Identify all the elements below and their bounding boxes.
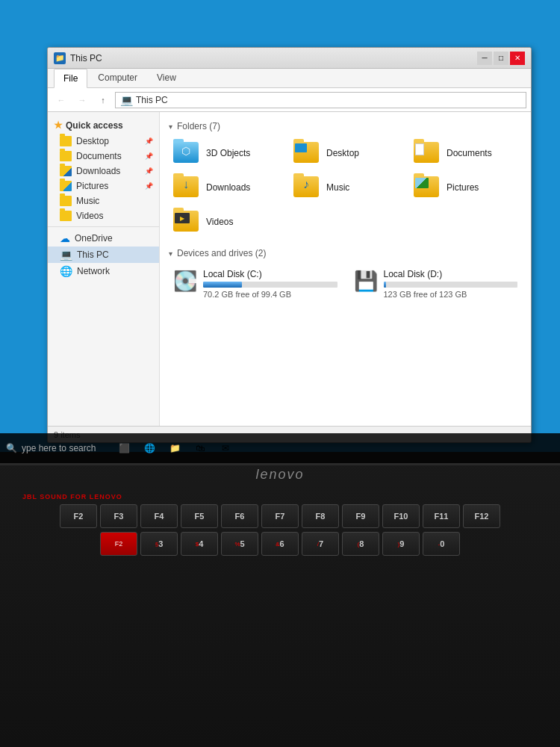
taskbar-mail-icon[interactable]: ✉: [215, 438, 236, 459]
main-area: ★ Quick access Desktop 📌 Documents 📌 Dow…: [48, 112, 531, 426]
quick-access-label: Quick access: [66, 120, 123, 131]
c-drive-info: Local Disk (C:) 70.2 GB free of 99.4 GB: [203, 269, 337, 299]
sidebar-network-label: Network: [77, 266, 110, 276]
pictures-icon: [414, 176, 441, 199]
folder-3dobjects-label: 3D Objects: [206, 148, 250, 158]
keyboard: F2 F3 F4 F5 F6 F7 F8 F9 F10 F11 F12 F2 §…: [0, 504, 560, 556]
devices-chevron: ▾: [169, 249, 172, 258]
sidebar-item-music[interactable]: Music: [48, 193, 159, 208]
key-f8[interactable]: F8: [302, 504, 339, 528]
maximize-button[interactable]: □: [494, 52, 508, 65]
pictures-folder-icon: [60, 181, 72, 191]
folder-downloads-label: Downloads: [206, 182, 250, 193]
key-4[interactable]: $4: [181, 532, 218, 556]
sidebar-item-videos[interactable]: Videos: [48, 208, 159, 223]
folder-videos[interactable]: Videos: [169, 208, 281, 236]
key-f3[interactable]: F3: [100, 504, 137, 528]
sidebar-thispc-label: This PC: [77, 249, 109, 260]
key-6[interactable]: &6: [261, 532, 299, 556]
key-f7[interactable]: F7: [261, 504, 299, 528]
devices-section-header: ▾ Devices and drives (2): [169, 248, 522, 258]
pin-icon-desktop: 📌: [145, 137, 153, 145]
address-icon: 💻: [120, 94, 133, 106]
laptop-brand-label: lenovo: [255, 467, 304, 483]
desktop-folder-icon: [60, 136, 72, 146]
pin-icon-downloads: 📌: [145, 167, 153, 175]
sidebar-item-documents[interactable]: Documents 📌: [48, 149, 159, 164]
sidebar-item-network[interactable]: 🌐 Network: [48, 263, 159, 279]
minimize-button[interactable]: ─: [477, 52, 492, 65]
taskbar-search: 🔍 ype here to search: [6, 443, 96, 453]
tab-view[interactable]: View: [148, 69, 185, 87]
key-8[interactable]: (8: [342, 532, 379, 556]
address-text: This PC: [136, 95, 168, 105]
devices-title: Devices and drives (2): [177, 248, 266, 258]
tab-file[interactable]: File: [54, 69, 87, 88]
key-7[interactable]: /7: [302, 532, 339, 556]
pin-icon-pictures: 📌: [145, 182, 153, 190]
sidebar-music-label: Music: [76, 196, 99, 206]
folder-pictures[interactable]: Pictures: [409, 173, 522, 202]
device-c-drive[interactable]: 💽 Local Disk (C:) 70.2 GB free of 99.4 G…: [169, 266, 342, 302]
key-9[interactable]: )9: [382, 532, 420, 556]
address-path[interactable]: 💻 This PC: [115, 92, 526, 108]
key-f2-alt[interactable]: F2: [100, 532, 137, 556]
taskbar-edge-icon[interactable]: 🌐: [139, 438, 160, 459]
folder-documents[interactable]: Documents: [409, 139, 522, 167]
forward-button[interactable]: →: [73, 92, 91, 108]
taskbar-icons: ⬛ 🌐 📁 🛍 ✉: [113, 438, 236, 459]
folders-section-header: ▾ Folders (7): [169, 121, 522, 131]
key-f12[interactable]: F12: [463, 504, 500, 528]
up-button[interactable]: ↑: [94, 92, 112, 108]
key-0[interactable]: -0: [423, 532, 460, 556]
sidebar-divider-1: [48, 226, 159, 227]
key-5[interactable]: %5: [221, 532, 258, 556]
sidebar-item-downloads[interactable]: Downloads 📌: [48, 164, 159, 179]
key-f10[interactable]: F10: [382, 504, 420, 528]
taskbar-multitasking-icon[interactable]: ⬛: [113, 438, 134, 459]
taskbar: 🔍 ype here to search ⬛ 🌐 📁 🛍 ✉: [0, 433, 560, 463]
devices-grid: 💽 Local Disk (C:) 70.2 GB free of 99.4 G…: [169, 266, 522, 302]
address-bar: ← → ↑ 💻 This PC: [48, 88, 531, 112]
key-f11[interactable]: F11: [423, 504, 460, 528]
sidebar-item-pictures[interactable]: Pictures 📌: [48, 179, 159, 193]
taskbar-explorer-icon[interactable]: 📁: [164, 438, 185, 459]
d-drive-free: 123 GB free of 123 GB: [384, 290, 518, 299]
folder-pictures-label: Pictures: [447, 182, 479, 193]
c-drive-name: Local Disk (C:): [203, 269, 337, 279]
sidebar-videos-label: Videos: [76, 211, 103, 221]
folder-videos-label: Videos: [206, 217, 233, 227]
key-f5[interactable]: F5: [181, 504, 218, 528]
folders-title: Folders (7): [177, 121, 220, 131]
quick-access-header: ★ Quick access: [48, 117, 159, 134]
3dobjects-icon: [173, 142, 200, 164]
key-f6[interactable]: F6: [221, 504, 258, 528]
sidebar-downloads-label: Downloads: [76, 166, 120, 176]
pin-icon-documents: 📌: [145, 152, 153, 160]
key-f9[interactable]: F9: [342, 504, 379, 528]
taskbar-store-icon[interactable]: 🛍: [190, 438, 211, 459]
key-f2[interactable]: F2: [60, 504, 97, 528]
folder-music[interactable]: Music: [289, 173, 402, 202]
ribbon: File Computer View: [48, 69, 531, 88]
downloads-folder-icon: [60, 166, 72, 176]
videos-folder-icon: [60, 211, 72, 221]
sidebar-item-onedrive[interactable]: ☁ OneDrive: [48, 230, 159, 247]
folder-desktop[interactable]: Desktop: [289, 139, 402, 167]
downloads-icon: [173, 176, 200, 199]
sidebar-item-thispc[interactable]: 💻 This PC: [48, 247, 159, 263]
keyboard-row-num: F2 §3 $4 %5 &6 /7 (8 )9 -0: [0, 532, 560, 556]
key-f4[interactable]: F4: [140, 504, 178, 528]
folder-3dobjects[interactable]: 3D Objects: [169, 139, 281, 167]
key-3[interactable]: §3: [140, 532, 178, 556]
back-button[interactable]: ←: [52, 92, 70, 108]
close-button[interactable]: ✕: [510, 52, 525, 65]
documents-folder-icon: [60, 151, 72, 161]
sidebar-pictures-label: Pictures: [76, 181, 108, 191]
sidebar-item-desktop[interactable]: Desktop 📌: [48, 134, 159, 149]
device-d-drive[interactable]: 💾 Local Disk (D:) 123 GB free of 123 GB: [349, 266, 523, 302]
sidebar: ★ Quick access Desktop 📌 Documents 📌 Dow…: [48, 112, 160, 426]
folder-downloads[interactable]: Downloads: [169, 173, 281, 202]
tab-computer[interactable]: Computer: [89, 69, 146, 87]
network-icon: 🌐: [60, 265, 72, 277]
